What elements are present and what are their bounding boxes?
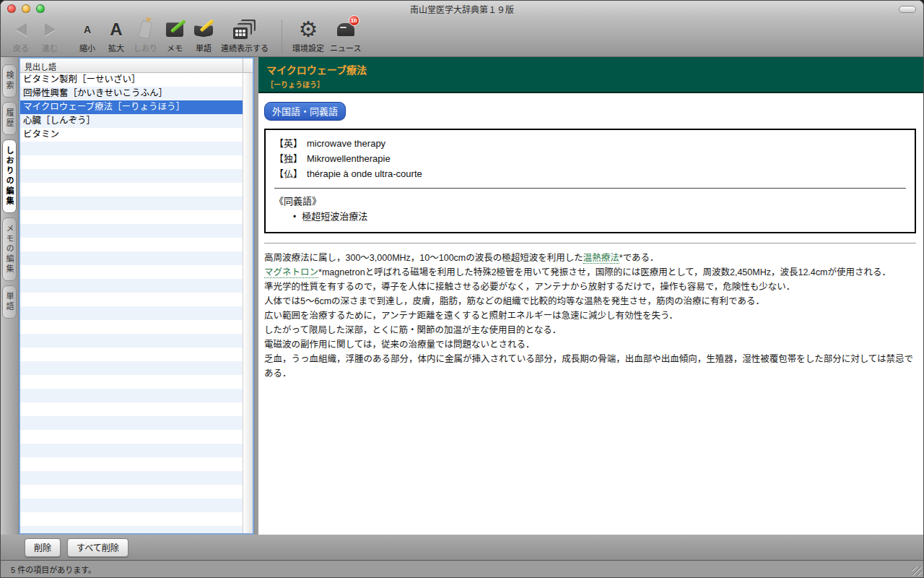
memo-label: メモ [167,42,183,53]
foreign-row-german: 【独】Mikrowellentherapie [274,151,906,166]
foreign-row-french: 【仏】thérapie à onde ultra-courte [274,166,906,181]
lang-tag-english: 【英】 [274,138,302,149]
list-rows: ビタミン製剤［ーせいざい］ 回帰性興奮［かいきせいこうふん］ マイクロウェーブ療… [20,73,243,533]
list-column-header[interactable]: 見出し語 [20,59,253,73]
paragraph: 電磁波の副作用に関しては，従来の治療量では問題ないとされる． [264,337,916,352]
book-pencil-icon [194,23,213,36]
large-a-icon: A [110,20,122,40]
foreign-text-french: thérapie à onde ultra-courte [307,168,422,179]
tab-search[interactable]: 検索 [2,64,17,98]
toolbar-separator [282,20,282,53]
paragraph: 高周波療法に属し，300〜3,000MHz，10〜100cmの波長の極超短波を利… [264,251,916,265]
resize-grip-icon[interactable] [912,566,922,576]
bottom-button-bar: 削除 すべて削除 [1,535,923,561]
toolbar: 戻る 進む A 縮小 A 拡大 しおり メモ 単語 [1,17,923,57]
synonyms-label: 《同義語》 [274,194,906,209]
back-label: 戻る [13,42,29,53]
synonym-item: 極超短波治療法 [274,209,906,225]
traffic-lights [7,4,45,13]
app-window: 南山堂医学大辞典第１９版 戻る 進む A 縮小 A 拡大 しおり メモ [0,0,924,578]
word-label: 単語 [196,42,212,53]
list-header-spacer [243,59,253,72]
word-button[interactable]: 単語 [189,20,218,53]
list-item-selected[interactable]: マイクロウェーブ療法［ーりょうほう］ [20,100,243,114]
news-button[interactable]: 10 ニュース [327,20,364,53]
forward-label: 進む [42,42,58,53]
list-item[interactable]: 回帰性興奮［かいきせいこうふん］ [20,87,243,100]
title-bar: 南山堂医学大辞典第１９版 [1,1,923,17]
bookmark-button[interactable]: しおり [131,20,160,53]
back-button[interactable]: 戻る [6,20,35,53]
tab-words[interactable]: 単語 [2,285,17,319]
enlarge-label: 拡大 [108,42,124,53]
news-count-badge: 10 [349,15,359,26]
tab-memo-edit[interactable]: メモの編集 [2,217,17,281]
settings-button[interactable]: ⚙ 環境設定 [289,20,327,53]
gear-icon: ⚙ [299,20,318,40]
continuous-display-button[interactable]: 連続表示する [218,20,271,53]
foreign-text-german: Mikrowellentherapie [307,153,391,164]
bookmark-tag-icon [138,20,152,40]
paragraph: 準光学的性質を有するので，導子を人体に接触させる必要がなく，アンテナから放射する… [264,280,916,294]
delete-all-button[interactable]: すべて削除 [67,538,128,557]
tab-history[interactable]: 履歴 [2,102,17,135]
definition-text: 高周波療法に属し，300〜3,000MHz，10〜100cmの波長の極超短波を利… [264,251,916,381]
list-item[interactable]: ビタミン製剤［ーせいざい］ [20,73,243,87]
close-button[interactable] [7,4,16,13]
memo-button[interactable]: メモ [160,20,189,53]
lang-tag-french: 【仏】 [274,168,302,179]
shrink-label: 縮小 [79,42,95,53]
body-separator [264,243,916,243]
link-onnetsu-ryoho[interactable]: 温熱療法 [583,253,619,264]
toolbar-toggle-pill[interactable] [899,6,916,13]
bookmark-label: しおり [134,42,157,53]
foreign-words-box: 【英】microwave therapy 【独】Mikrowellenthera… [264,129,916,233]
entry-header: マイクロウェーブ療法 ［ーりょうほう］ [258,57,923,93]
text-run: *である． [619,253,659,263]
status-text: 5 件の項目があります。 [11,564,96,575]
memo-pencil-icon [166,22,183,37]
back-arrow-icon [16,23,27,36]
paragraph: したがって限局した深部，とくに筋・関節の加温が主な使用目的となる． [264,323,916,337]
foreign-text-english: microwave therapy [307,138,385,149]
paragraph: 乏血，うっ血組織，浮腫のある部分，体内に金属が挿入されている部分，成長期の骨端，… [264,352,916,381]
forward-button[interactable]: 進む [35,20,64,53]
window-title: 南山堂医学大辞典第１９版 [410,3,514,15]
link-magnetron[interactable]: マグネトロン [264,267,318,278]
tab-bookmark-edit[interactable]: しおりの編集 [2,139,17,213]
list-header-label: 見出し語 [20,59,243,72]
entry-reading: ［ーりょうほう］ [266,79,923,90]
entry-content-pane: マイクロウェーブ療法 ［ーりょうほう］ 外国語・同義語 【英】microwave… [258,57,923,535]
settings-label: 環境設定 [292,42,324,53]
continuous-label: 連続表示する [221,42,269,53]
headword-list-pane: 見出し語 ビタミン製剤［ーせいざい］ 回帰性興奮［かいきせいこうふん］ マイクロ… [19,57,254,535]
delete-button[interactable]: 削除 [25,538,61,557]
minimize-button[interactable] [22,4,30,13]
lang-tag-german: 【独】 [274,153,302,164]
shrink-font-button[interactable]: A 縮小 [73,20,102,53]
stacked-pages-icon [233,20,256,39]
list-item[interactable]: 心臓［しんぞう］ [20,114,243,128]
box-divider [274,188,906,189]
zoom-button[interactable] [36,4,45,13]
list-scrollbar[interactable] [243,73,253,533]
list-item[interactable]: ビタミン [20,128,243,142]
foreign-synonym-badge: 外国語・同義語 [264,102,346,121]
entry-title: マイクロウェーブ療法 [266,62,923,77]
text-run: 高周波療法に属し，300〜3,000MHz，10〜100cmの波長の極超短波を利… [264,253,583,263]
paragraph: マグネトロン*magnetronと呼ばれる磁場を利用した特殊2極管を用いて発振さ… [264,265,916,280]
paragraph: 人体では5〜6cmの深さまで到達し，皮膚，脂肪，筋などの組織で比較的均等な温熱を… [264,294,916,309]
news-label: ニュース [330,42,361,53]
forward-arrow-icon [45,23,56,36]
enlarge-font-button[interactable]: A 拡大 [102,20,131,53]
sidebar-tabstrip: 検索 履歴 しおりの編集 メモの編集 単語 [1,57,19,535]
status-bar: 5 件の項目があります。 [1,561,923,577]
text-run: *magnetronと呼ばれる磁場を利用した特殊2極管を用いて発振させ，国際的に… [318,267,891,277]
paragraph: 広い範囲を治療するために，アンテナ距離を遠くすると照射エネルギーは急速に減少し有… [264,309,916,323]
list-body: ビタミン製剤［ーせいざい］ 回帰性興奮［かいきせいこうふん］ マイクロウェーブ療… [20,73,253,533]
foreign-row-english: 【英】microwave therapy [274,136,906,151]
small-a-icon: A [84,24,91,35]
main-area: 検索 履歴 しおりの編集 メモの編集 単語 見出し語 ビタミン製剤［ーせいざい］… [1,57,923,535]
entry-body: 外国語・同義語 【英】microwave therapy 【独】Mikrowel… [258,93,923,535]
